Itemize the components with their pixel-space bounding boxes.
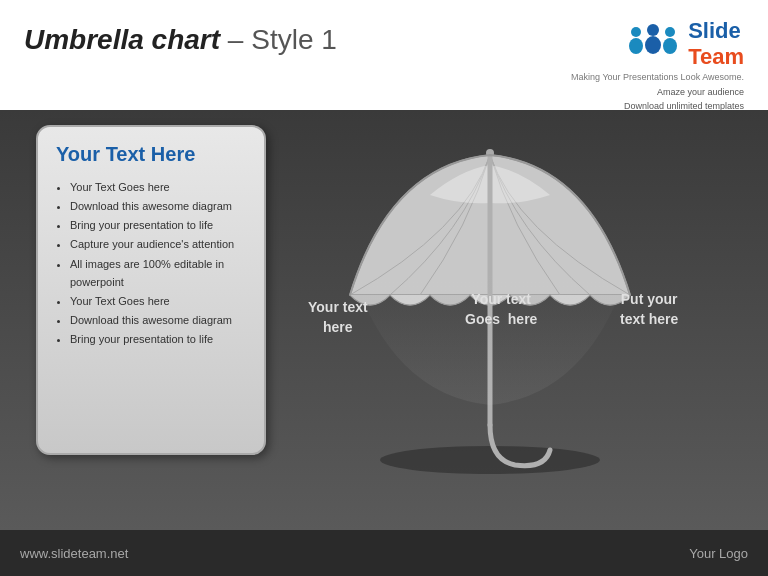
logo-slide-text: Slide [688, 18, 744, 44]
label-right: Put yourtext here [620, 290, 678, 329]
card-title: Your Text Here [56, 143, 246, 166]
cta-line1: Amaze your audience [624, 86, 744, 100]
svg-point-3 [645, 36, 661, 54]
label-right-text: Put yourtext here [620, 291, 678, 327]
list-item: Your Text Goes here [70, 178, 246, 196]
footer-logo: Your Logo [689, 546, 748, 561]
footer-website: www.slideteam.net [20, 546, 128, 561]
list-item: Bring your presentation to life [70, 330, 246, 348]
list-item: All images are 100% editable in powerpoi… [70, 255, 246, 291]
list-item: Download this awesome diagram [70, 311, 246, 329]
svg-point-4 [665, 27, 675, 37]
svg-point-0 [631, 27, 641, 37]
text-card: Your Text Here Your Text Goes hereDownlo… [36, 125, 266, 455]
list-item: Your Text Goes here [70, 292, 246, 310]
list-item: Bring your presentation to life [70, 216, 246, 234]
svg-point-2 [647, 24, 659, 36]
card-list: Your Text Goes hereDownload this awesome… [56, 178, 246, 348]
list-item: Download this awesome diagram [70, 197, 246, 215]
slide-title: Umbrella chart – Style 1 [24, 18, 337, 56]
svg-point-6 [380, 446, 600, 474]
label-center-text: Your textGoes here [465, 291, 537, 327]
svg-point-1 [629, 38, 643, 54]
logo-brand: Slide Team [688, 18, 744, 70]
logo-top: Slide Team [624, 18, 744, 70]
logo-team-text: Team [688, 44, 744, 70]
label-left: Your texthere [308, 298, 368, 337]
title-rest: – Style 1 [220, 24, 337, 55]
label-center: Your textGoes here [465, 290, 537, 329]
bottom-bar: www.slideteam.net Your Logo [0, 530, 768, 576]
header-area: Umbrella chart – Style 1 Slide Team [0, 0, 768, 110]
logo-tagline: Making Your Presentations Look Awesome. [571, 72, 744, 82]
title-bold: Umbrella chart [24, 24, 220, 55]
people-icon [624, 22, 682, 66]
label-left-text: Your texthere [308, 299, 368, 335]
svg-point-5 [663, 38, 677, 54]
list-item: Capture your audience's attention [70, 235, 246, 253]
